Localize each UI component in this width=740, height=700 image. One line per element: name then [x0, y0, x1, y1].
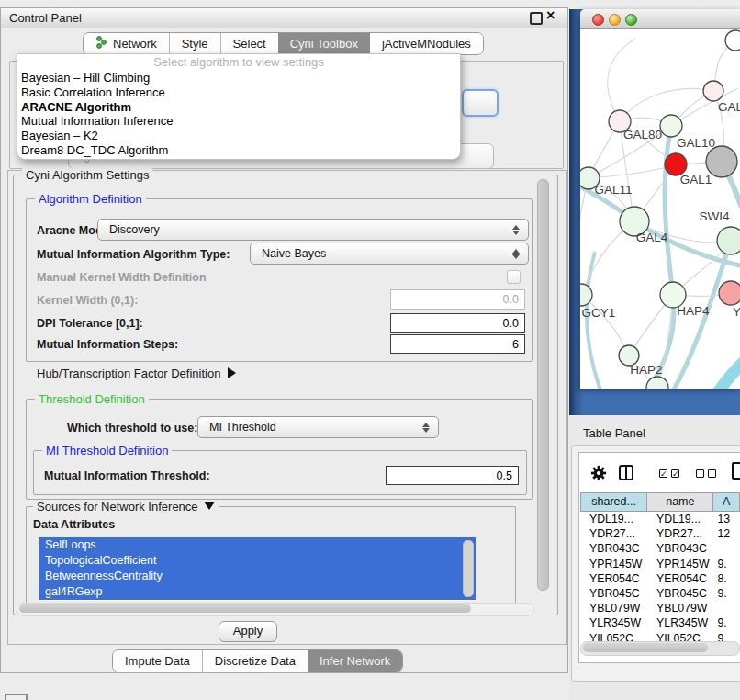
- float-window-icon[interactable]: [530, 12, 543, 25]
- data-attributes-list[interactable]: SelfLoopsTopologicalCoefficientBetweenne…: [39, 537, 476, 601]
- control-panel-titlebar[interactable]: [0, 7, 568, 28]
- zoom-traffic-light-icon[interactable]: [625, 14, 637, 26]
- table-cell: 8.: [713, 571, 740, 586]
- attribute-list-item[interactable]: BetweennessCentrality: [39, 569, 476, 584]
- network-nodes[interactable]: GALGAL80GAL10GAL1GAL11GAL4SWI4GCY1HAP4YH…: [580, 30, 740, 389]
- tab-jactivemnodules[interactable]: jActiveMNodules: [370, 33, 483, 54]
- manual-kernel-checkbox[interactable]: [507, 270, 521, 284]
- mi-steps-field[interactable]: 6: [390, 334, 525, 354]
- attribute-list-item[interactable]: SelfLoops: [39, 537, 476, 553]
- tab-impute-data[interactable]: Impute Data: [113, 650, 202, 672]
- tab-infer-network[interactable]: Infer Network: [308, 650, 402, 672]
- table-cell: YDL19...: [580, 512, 647, 526]
- network-node[interactable]: [725, 30, 740, 51]
- kernel-width-field[interactable]: 0.0: [390, 289, 525, 310]
- network-canvas[interactable]: GALGAL80GAL10GAL1GAL11GAL4SWI4GCY1HAP4YH…: [580, 29, 740, 389]
- attributes-list-scrollbar[interactable]: [463, 540, 474, 597]
- table-cell: YDL19...: [647, 512, 713, 526]
- tab-cyni-toolbox[interactable]: Cyni Toolbox: [278, 33, 370, 54]
- deselect-all-columns-icon[interactable]: [696, 469, 716, 478]
- column-header[interactable]: A: [713, 492, 740, 512]
- tab-network[interactable]: Network: [84, 33, 169, 54]
- tab-label: Infer Network: [320, 654, 390, 668]
- top-tab-bar: NetworkStyleSelectCyni ToolboxjActiveMNo…: [83, 32, 484, 55]
- algorithm-combo-fragment[interactable]: [462, 89, 499, 117]
- mi-algorithm-type-combo[interactable]: Naive Bayes: [250, 243, 529, 265]
- close-traffic-light-icon[interactable]: [592, 14, 604, 26]
- table-row[interactable]: YPR145WYPR145W9.: [580, 557, 740, 571]
- mi-threshold-definition-title: MI Threshold Definition: [42, 444, 172, 457]
- table-rows: YDL19...YDL19...13YDR27...YDR27...12YBR0…: [580, 512, 740, 647]
- table-cell: YBR045C: [580, 586, 647, 601]
- table-cell: YDR27...: [647, 526, 713, 541]
- tab-label: Network: [113, 37, 157, 51]
- tab-select[interactable]: Select: [220, 33, 278, 54]
- document-icon[interactable]: [732, 462, 740, 480]
- algorithm-dropdown-popup: Select algorithm to view settings Bayesi…: [17, 53, 461, 160]
- table-row[interactable]: YLR345WYLR345W9.: [580, 615, 740, 630]
- network-window-titlebar[interactable]: [580, 9, 740, 29]
- dpi-tolerance-field[interactable]: 0.0: [390, 313, 525, 333]
- dpi-tolerance-label: DPI Tolerance [0,1]:: [37, 317, 143, 330]
- table-row[interactable]: YBR045CYBR045C9.: [580, 586, 740, 601]
- kernel-width-label: Kernel Width (0,1):: [37, 294, 138, 307]
- attribute-list-item[interactable]: gal4RGexp: [39, 584, 476, 600]
- network-node-swi4[interactable]: [717, 227, 740, 254]
- sources-title-toggle[interactable]: Sources for Network Inference: [33, 500, 219, 514]
- table-row[interactable]: YDL19...YDL19...13: [580, 512, 740, 526]
- expand-right-icon: [228, 367, 236, 378]
- node-label: GAL10: [677, 136, 715, 150]
- stepper-arrows-icon: [512, 247, 520, 261]
- hub-section-label: Hub/Transcription Factor Definition: [37, 367, 220, 380]
- gear-icon[interactable]: [590, 465, 607, 485]
- node-label: HAP2: [630, 363, 662, 377]
- settings-horizontal-scrollbar-thumb[interactable]: [19, 604, 471, 613]
- table-row[interactable]: YBL079WYBL079W: [580, 601, 740, 615]
- dropdown-item[interactable]: Bayesian – Hill Climbing: [17, 71, 460, 85]
- table-row[interactable]: YER054CYER054C8.: [580, 571, 740, 586]
- table-cell: 9.: [713, 615, 740, 630]
- table-panel-title: Table Panel: [583, 426, 645, 440]
- which-threshold-combo[interactable]: MI Threshold: [197, 416, 439, 438]
- bottom-tab-bar: Impute DataDiscretize DataInfer Network: [112, 649, 403, 672]
- network-node[interactable]: [706, 146, 737, 177]
- dropdown-item[interactable]: Mutual Information Inference: [17, 114, 460, 129]
- dropdown-item[interactable]: ARACNE Algorithm: [17, 100, 460, 115]
- which-threshold-label: Which threshold to use:: [67, 422, 197, 435]
- network-node-gal[interactable]: [703, 81, 723, 101]
- column-header[interactable]: shared...: [580, 492, 647, 512]
- aracne-mode-value: Discovery: [109, 223, 160, 236]
- table-cell: YPR145W: [647, 557, 713, 571]
- settings-vertical-scrollbar[interactable]: [537, 179, 549, 591]
- table-cell: YBL079W: [647, 601, 713, 615]
- select-all-columns-icon[interactable]: ✓✓: [659, 469, 679, 478]
- minimize-traffic-light-icon[interactable]: [609, 14, 621, 26]
- table-cell: 12: [713, 526, 740, 541]
- table-cell: 9.: [713, 586, 740, 601]
- node-label: GAL1: [680, 173, 712, 186]
- table-row[interactable]: YDR27...YDR27...12: [580, 526, 740, 541]
- dropdown-item[interactable]: Basic Correlation Inference: [17, 85, 460, 100]
- dropdown-item[interactable]: Bayesian – K2: [17, 129, 460, 143]
- table-cell: YER054C: [580, 571, 647, 586]
- tab-style[interactable]: Style: [169, 33, 220, 54]
- tab-discretize-data[interactable]: Discretize Data: [202, 650, 308, 672]
- table-horizontal-scrollbar-thumb[interactable]: [583, 643, 708, 652]
- network-node-y[interactable]: [719, 281, 740, 305]
- table-row[interactable]: YBR043CYBR043C: [580, 541, 740, 556]
- attribute-list-item[interactable]: TopologicalCoefficient: [39, 553, 476, 569]
- network-node-gal10[interactable]: [660, 115, 682, 137]
- column-header[interactable]: name: [647, 492, 713, 512]
- hub-section-toggle[interactable]: Hub/Transcription Factor Definition: [37, 367, 236, 380]
- aracne-mode-combo[interactable]: Discovery: [97, 219, 529, 241]
- corner-chip[interactable]: [5, 694, 28, 700]
- dropdown-item[interactable]: Dream8 DC_TDC Algorithm: [17, 143, 460, 158]
- network-view-window: GALGAL80GAL10GAL1GAL11GAL4SWI4GCY1HAP4YH…: [580, 9, 740, 389]
- screen: Control Panel × NetworkStyleSelectCyni T…: [0, 0, 740, 700]
- split-panel-icon[interactable]: [619, 465, 633, 480]
- control-panel-title: Control Panel: [9, 11, 82, 25]
- apply-button[interactable]: Apply: [219, 621, 277, 642]
- network-node[interactable]: [646, 377, 668, 389]
- close-icon[interactable]: ×: [546, 7, 555, 24]
- mi-threshold-field[interactable]: 0.5: [386, 466, 519, 485]
